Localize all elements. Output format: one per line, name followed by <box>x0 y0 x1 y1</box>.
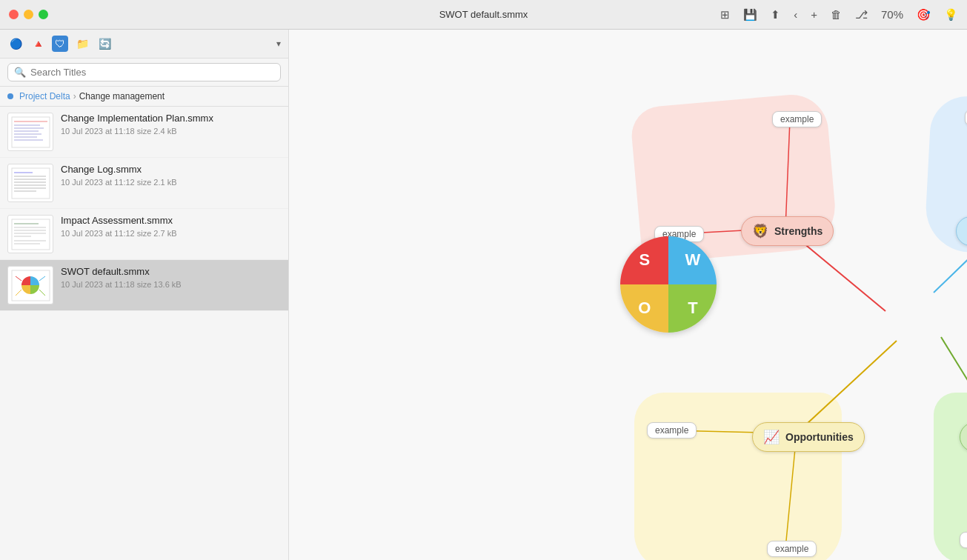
sidebar: 🔵 🔺 🛡 📁 🔄 ▾ 🔍 Project Delta › Change man… <box>0 30 289 560</box>
traffic-lights <box>9 10 48 19</box>
file-thumb-1 <box>7 113 53 151</box>
file-meta-2: 10 Jul 2023 at 11:12 size 2.1 kB <box>61 178 281 187</box>
dropbox-icon[interactable]: 🔵 <box>7 36 24 52</box>
search-icon: 🔍 <box>14 67 26 78</box>
file-info-3: Impact Assessment.smmx 10 Jul 2023 at 11… <box>61 215 281 238</box>
file-meta-4: 10 Jul 2023 at 11:18 size 13.6 kB <box>61 280 281 289</box>
file-name-1: Change Implementation Plan.smmx <box>61 113 281 124</box>
canvas-area[interactable]: 🦁 Strengths 🏥 Weaknesses 📈 Opportunities… <box>289 30 967 560</box>
file-name-2: Change Log.smmx <box>61 164 281 175</box>
breadcrumb-dot <box>7 93 13 99</box>
target-icon[interactable]: 🎯 <box>917 8 931 21</box>
toolbar-chevron[interactable]: ▾ <box>276 39 281 49</box>
opportunities-area <box>634 393 842 560</box>
search-wrap: 🔍 <box>7 63 281 81</box>
branch-icon[interactable]: ⎇ <box>855 8 868 21</box>
titlebar-controls: ⊞ 💾 ⬆ ‹ + 🗑 ⎇ 70% 🎯 💡 <box>720 8 958 21</box>
minimize-button[interactable] <box>24 10 33 19</box>
close-button[interactable] <box>9 10 19 19</box>
search-bar: 🔍 <box>0 59 288 87</box>
breadcrumb-parent: Change management <box>79 91 165 101</box>
strengths-icon: 🦁 <box>752 223 768 239</box>
strengths-node[interactable]: 🦁 Strengths <box>741 216 834 246</box>
file-name-4: SWOT default.smmx <box>61 266 281 277</box>
bulb-icon[interactable]: 💡 <box>944 8 958 21</box>
drive-icon[interactable]: 🔺 <box>30 36 46 52</box>
file-item-4[interactable]: SWOT default.smmx 10 Jul 2023 at 11:18 s… <box>0 260 288 311</box>
window-title: SWOT default.smmx <box>439 9 528 20</box>
save-icon[interactable]: 💾 <box>743 8 757 21</box>
file-list: Change Implementation Plan.smmx 10 Jul 2… <box>0 107 288 560</box>
sidebar-toolbar: 🔵 🔺 🛡 📁 🔄 ▾ <box>0 30 288 59</box>
breadcrumb-root[interactable]: Project Delta <box>19 91 70 101</box>
opportunities-label: Opportunities <box>785 431 854 443</box>
file-item-2[interactable]: Change Log.smmx 10 Jul 2023 at 11:12 siz… <box>0 158 288 209</box>
file-thumb-2 <box>7 164 53 202</box>
file-item-1[interactable]: Change Implementation Plan.smmx 10 Jul 2… <box>0 107 288 158</box>
main-layout: 🔵 🔺 🛡 📁 🔄 ▾ 🔍 Project Delta › Change man… <box>0 30 967 560</box>
quad-s: S <box>620 236 668 284</box>
file-info-1: Change Implementation Plan.smmx 10 Jul 2… <box>61 113 281 136</box>
file-thumb-3 <box>7 215 53 253</box>
file-name-3: Impact Assessment.smmx <box>61 215 281 226</box>
strengths-label: Strengths <box>774 225 823 237</box>
zoom-level[interactable]: 70% <box>881 8 903 21</box>
folder-icon[interactable]: 📁 <box>74 36 90 52</box>
opportunities-node[interactable]: 📈 Opportunities <box>752 422 865 452</box>
share-icon[interactable]: ⬆ <box>771 8 780 21</box>
example-o-left[interactable]: example <box>647 422 697 439</box>
maximize-button[interactable] <box>39 10 48 19</box>
file-info-2: Change Log.smmx 10 Jul 2023 at 11:12 siz… <box>61 164 281 187</box>
breadcrumb-sep1: › <box>73 91 76 101</box>
file-meta-1: 10 Jul 2023 at 11:18 size 2.4 kB <box>61 127 281 136</box>
breadcrumb: Project Delta › Change management <box>0 87 288 107</box>
delete-icon[interactable]: 🗑 <box>831 8 842 21</box>
file-thumb-4 <box>7 266 53 304</box>
shield-icon[interactable]: 🛡 <box>52 36 68 52</box>
quad-t: T <box>668 284 717 333</box>
example-t-bottom[interactable]: example <box>960 532 967 548</box>
swot-center[interactable]: S W O T <box>620 236 717 333</box>
search-input[interactable] <box>30 67 274 78</box>
file-meta-3: 10 Jul 2023 at 11:12 size 2.7 kB <box>61 229 281 238</box>
titlebar: SWOT default.smmx ⊞ 💾 ⬆ ‹ + 🗑 ⎇ 70% 🎯 💡 <box>0 0 967 30</box>
tile-view-icon[interactable]: ⊞ <box>720 8 730 21</box>
quad-o: O <box>620 284 668 333</box>
example-o-bottom[interactable]: example <box>767 541 817 557</box>
opportunities-icon: 📈 <box>763 429 780 445</box>
back-icon[interactable]: ‹ <box>794 8 797 21</box>
file-item-3[interactable]: Impact Assessment.smmx 10 Jul 2023 at 11… <box>0 209 288 260</box>
add-icon[interactable]: + <box>811 8 817 21</box>
example-s-top[interactable]: example <box>772 111 822 127</box>
refresh-icon[interactable]: 🔄 <box>96 36 113 52</box>
file-info-4: SWOT default.smmx 10 Jul 2023 at 11:18 s… <box>61 266 281 289</box>
